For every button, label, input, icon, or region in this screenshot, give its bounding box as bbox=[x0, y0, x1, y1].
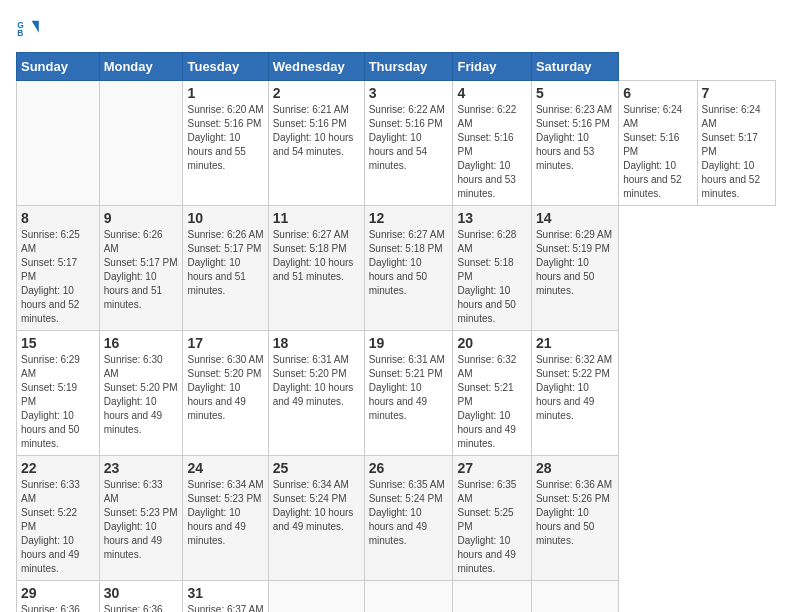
day-info: Sunrise: 6:23 AM Sunset: 5:16 PM Dayligh… bbox=[536, 103, 614, 173]
day-number: 31 bbox=[187, 585, 263, 601]
calendar-table: SundayMondayTuesdayWednesdayThursdayFrid… bbox=[16, 52, 776, 612]
day-number: 11 bbox=[273, 210, 360, 226]
calendar-cell: 2 Sunrise: 6:21 AM Sunset: 5:16 PM Dayli… bbox=[268, 81, 364, 206]
day-info: Sunrise: 6:29 AM Sunset: 5:19 PM Dayligh… bbox=[21, 353, 95, 451]
day-number: 19 bbox=[369, 335, 449, 351]
day-info: Sunrise: 6:27 AM Sunset: 5:18 PM Dayligh… bbox=[369, 228, 449, 298]
calendar-cell: 16 Sunrise: 6:30 AM Sunset: 5:20 PM Dayl… bbox=[99, 331, 183, 456]
calendar-cell: 19 Sunrise: 6:31 AM Sunset: 5:21 PM Dayl… bbox=[364, 331, 453, 456]
day-info: Sunrise: 6:36 AM Sunset: 5:26 PM Dayligh… bbox=[21, 603, 95, 612]
day-info: Sunrise: 6:34 AM Sunset: 5:24 PM Dayligh… bbox=[273, 478, 360, 534]
day-number: 5 bbox=[536, 85, 614, 101]
header-cell-saturday: Saturday bbox=[531, 53, 618, 81]
day-number: 26 bbox=[369, 460, 449, 476]
calendar-header-row: SundayMondayTuesdayWednesdayThursdayFrid… bbox=[17, 53, 776, 81]
day-info: Sunrise: 6:35 AM Sunset: 5:25 PM Dayligh… bbox=[457, 478, 526, 576]
header-cell-friday: Friday bbox=[453, 53, 531, 81]
day-info: Sunrise: 6:34 AM Sunset: 5:23 PM Dayligh… bbox=[187, 478, 263, 548]
calendar-cell: 10 Sunrise: 6:26 AM Sunset: 5:17 PM Dayl… bbox=[183, 206, 268, 331]
page-header: G B bbox=[16, 16, 776, 40]
day-number: 2 bbox=[273, 85, 360, 101]
calendar-cell bbox=[364, 581, 453, 613]
calendar-cell: 12 Sunrise: 6:27 AM Sunset: 5:18 PM Dayl… bbox=[364, 206, 453, 331]
day-number: 17 bbox=[187, 335, 263, 351]
week-row-1: 1 Sunrise: 6:20 AM Sunset: 5:16 PM Dayli… bbox=[17, 81, 776, 206]
week-row-3: 15 Sunrise: 6:29 AM Sunset: 5:19 PM Dayl… bbox=[17, 331, 776, 456]
calendar-cell: 26 Sunrise: 6:35 AM Sunset: 5:24 PM Dayl… bbox=[364, 456, 453, 581]
day-number: 4 bbox=[457, 85, 526, 101]
day-number: 13 bbox=[457, 210, 526, 226]
header-cell-sunday: Sunday bbox=[17, 53, 100, 81]
day-info: Sunrise: 6:20 AM Sunset: 5:16 PM Dayligh… bbox=[187, 103, 263, 173]
day-info: Sunrise: 6:27 AM Sunset: 5:18 PM Dayligh… bbox=[273, 228, 360, 284]
day-number: 8 bbox=[21, 210, 95, 226]
calendar-cell: 20 Sunrise: 6:32 AM Sunset: 5:21 PM Dayl… bbox=[453, 331, 531, 456]
day-info: Sunrise: 6:22 AM Sunset: 5:16 PM Dayligh… bbox=[369, 103, 449, 173]
calendar-cell: 21 Sunrise: 6:32 AM Sunset: 5:22 PM Dayl… bbox=[531, 331, 618, 456]
day-number: 23 bbox=[104, 460, 179, 476]
day-number: 10 bbox=[187, 210, 263, 226]
day-number: 25 bbox=[273, 460, 360, 476]
day-number: 15 bbox=[21, 335, 95, 351]
day-info: Sunrise: 6:35 AM Sunset: 5:24 PM Dayligh… bbox=[369, 478, 449, 548]
day-info: Sunrise: 6:36 AM Sunset: 5:26 PM Dayligh… bbox=[536, 478, 614, 548]
calendar-cell bbox=[268, 581, 364, 613]
day-number: 16 bbox=[104, 335, 179, 351]
day-number: 21 bbox=[536, 335, 614, 351]
day-info: Sunrise: 6:24 AM Sunset: 5:16 PM Dayligh… bbox=[623, 103, 692, 201]
header-cell-wednesday: Wednesday bbox=[268, 53, 364, 81]
day-info: Sunrise: 6:30 AM Sunset: 5:20 PM Dayligh… bbox=[104, 353, 179, 437]
day-number: 20 bbox=[457, 335, 526, 351]
header-cell-tuesday: Tuesday bbox=[183, 53, 268, 81]
day-number: 27 bbox=[457, 460, 526, 476]
week-row-5: 29 Sunrise: 6:36 AM Sunset: 5:26 PM Dayl… bbox=[17, 581, 776, 613]
calendar-cell bbox=[99, 81, 183, 206]
calendar-cell bbox=[531, 581, 618, 613]
day-info: Sunrise: 6:37 AM Sunset: 5:27 PM Dayligh… bbox=[187, 603, 263, 612]
calendar-cell: 15 Sunrise: 6:29 AM Sunset: 5:19 PM Dayl… bbox=[17, 331, 100, 456]
calendar-cell: 22 Sunrise: 6:33 AM Sunset: 5:22 PM Dayl… bbox=[17, 456, 100, 581]
day-info: Sunrise: 6:31 AM Sunset: 5:21 PM Dayligh… bbox=[369, 353, 449, 423]
svg-marker-2 bbox=[32, 21, 39, 33]
calendar-cell: 8 Sunrise: 6:25 AM Sunset: 5:17 PM Dayli… bbox=[17, 206, 100, 331]
calendar-cell: 9 Sunrise: 6:26 AM Sunset: 5:17 PM Dayli… bbox=[99, 206, 183, 331]
header-cell-monday: Monday bbox=[99, 53, 183, 81]
calendar-cell: 30 Sunrise: 6:36 AM Sunset: 5:27 PM Dayl… bbox=[99, 581, 183, 613]
calendar-body: 1 Sunrise: 6:20 AM Sunset: 5:16 PM Dayli… bbox=[17, 81, 776, 613]
day-info: Sunrise: 6:29 AM Sunset: 5:19 PM Dayligh… bbox=[536, 228, 614, 298]
day-number: 14 bbox=[536, 210, 614, 226]
svg-text:B: B bbox=[17, 28, 23, 38]
logo: G B bbox=[16, 16, 44, 40]
day-info: Sunrise: 6:26 AM Sunset: 5:17 PM Dayligh… bbox=[187, 228, 263, 298]
calendar-cell: 1 Sunrise: 6:20 AM Sunset: 5:16 PM Dayli… bbox=[183, 81, 268, 206]
calendar-cell: 25 Sunrise: 6:34 AM Sunset: 5:24 PM Dayl… bbox=[268, 456, 364, 581]
calendar-cell: 4 Sunrise: 6:22 AM Sunset: 5:16 PM Dayli… bbox=[453, 81, 531, 206]
calendar-cell: 13 Sunrise: 6:28 AM Sunset: 5:18 PM Dayl… bbox=[453, 206, 531, 331]
calendar-cell: 3 Sunrise: 6:22 AM Sunset: 5:16 PM Dayli… bbox=[364, 81, 453, 206]
day-number: 28 bbox=[536, 460, 614, 476]
day-number: 12 bbox=[369, 210, 449, 226]
day-info: Sunrise: 6:30 AM Sunset: 5:20 PM Dayligh… bbox=[187, 353, 263, 423]
day-info: Sunrise: 6:33 AM Sunset: 5:22 PM Dayligh… bbox=[21, 478, 95, 576]
day-number: 22 bbox=[21, 460, 95, 476]
calendar-cell: 6 Sunrise: 6:24 AM Sunset: 5:16 PM Dayli… bbox=[619, 81, 697, 206]
calendar-cell: 5 Sunrise: 6:23 AM Sunset: 5:16 PM Dayli… bbox=[531, 81, 618, 206]
day-info: Sunrise: 6:25 AM Sunset: 5:17 PM Dayligh… bbox=[21, 228, 95, 326]
calendar-cell bbox=[17, 81, 100, 206]
calendar-cell: 28 Sunrise: 6:36 AM Sunset: 5:26 PM Dayl… bbox=[531, 456, 618, 581]
day-number: 3 bbox=[369, 85, 449, 101]
calendar-cell: 14 Sunrise: 6:29 AM Sunset: 5:19 PM Dayl… bbox=[531, 206, 618, 331]
day-number: 6 bbox=[623, 85, 692, 101]
week-row-4: 22 Sunrise: 6:33 AM Sunset: 5:22 PM Dayl… bbox=[17, 456, 776, 581]
day-number: 9 bbox=[104, 210, 179, 226]
calendar-cell: 11 Sunrise: 6:27 AM Sunset: 5:18 PM Dayl… bbox=[268, 206, 364, 331]
day-info: Sunrise: 6:28 AM Sunset: 5:18 PM Dayligh… bbox=[457, 228, 526, 326]
day-info: Sunrise: 6:32 AM Sunset: 5:22 PM Dayligh… bbox=[536, 353, 614, 423]
day-number: 29 bbox=[21, 585, 95, 601]
day-info: Sunrise: 6:21 AM Sunset: 5:16 PM Dayligh… bbox=[273, 103, 360, 159]
day-info: Sunrise: 6:36 AM Sunset: 5:27 PM Dayligh… bbox=[104, 603, 179, 612]
day-info: Sunrise: 6:26 AM Sunset: 5:17 PM Dayligh… bbox=[104, 228, 179, 312]
calendar-cell: 24 Sunrise: 6:34 AM Sunset: 5:23 PM Dayl… bbox=[183, 456, 268, 581]
day-info: Sunrise: 6:31 AM Sunset: 5:20 PM Dayligh… bbox=[273, 353, 360, 409]
calendar-cell: 23 Sunrise: 6:33 AM Sunset: 5:23 PM Dayl… bbox=[99, 456, 183, 581]
